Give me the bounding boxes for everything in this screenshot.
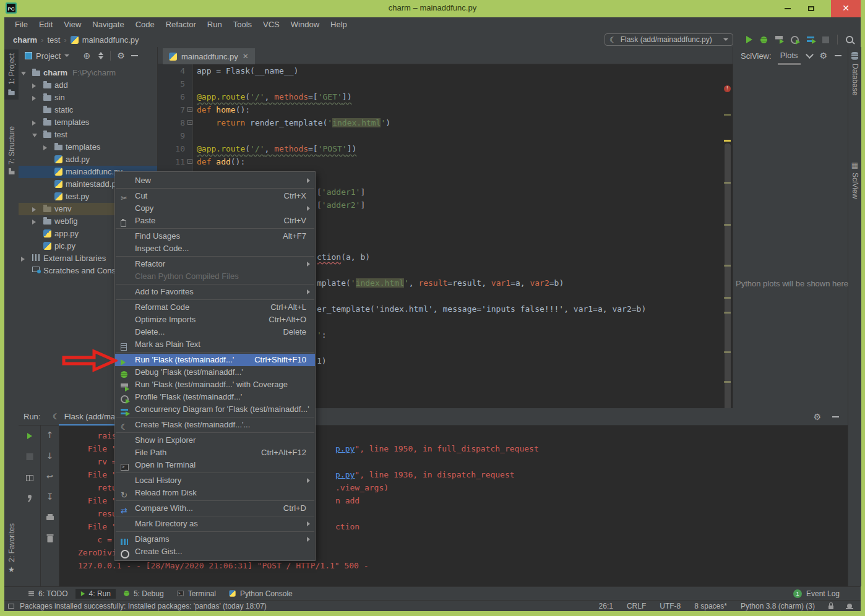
soft-wrap-button[interactable]: ↩: [46, 473, 53, 481]
tool-window-button-python-console[interactable]: Python Console: [223, 589, 298, 599]
chevron-right-icon[interactable]: [43, 145, 47, 150]
menu-item-show-in-explorer[interactable]: Show in Explorer: [115, 434, 315, 447]
menu-item-copy[interactable]: Copy: [115, 202, 315, 215]
chevron-right-icon[interactable]: [32, 207, 36, 212]
line-ending-widget[interactable]: CRLF: [627, 602, 646, 610]
hide-panel-button[interactable]: [131, 55, 138, 56]
scroll-to-end-button[interactable]: ↧: [46, 492, 54, 501]
clear-console-button[interactable]: [47, 536, 53, 542]
chevron-down-icon[interactable]: [21, 72, 26, 75]
editor-scrollbar[interactable]: !: [723, 82, 733, 426]
menu-item-run-flask-test-mainaddf[interactable]: Run 'Flask (test/mainaddf...'Ctrl+Shift+…: [115, 354, 315, 366]
menu-item-create-flask-test-mainaddf[interactable]: ☾Create 'Flask (test/mainaddf...'...: [115, 419, 315, 431]
menu-vcs[interactable]: VCS: [257, 17, 285, 32]
chevron-right-icon[interactable]: [32, 96, 36, 101]
menu-item-inspect-code[interactable]: Inspect Code...: [115, 242, 315, 255]
window-icon[interactable]: [8, 604, 14, 609]
sciview-tab-plots[interactable]: Plots: [780, 51, 798, 61]
menu-item-reformat-code[interactable]: Reformat CodeCtrl+Alt+L: [115, 301, 315, 314]
close-button[interactable]: ✕: [831, 0, 861, 17]
gear-icon[interactable]: ⚙: [117, 51, 125, 60]
chevron-right-icon[interactable]: [32, 121, 36, 126]
editor-tab-mainaddfunc[interactable]: mainaddfunc.py ✕: [163, 48, 255, 64]
event-log-widget[interactable]: 1Event Log: [793, 589, 861, 598]
hide-panel-button[interactable]: [832, 416, 839, 417]
tree-item-sin[interactable]: sin: [19, 92, 157, 104]
tree-item-charm[interactable]: charmF:\Py\charm: [19, 67, 157, 79]
maximize-button[interactable]: [801, 0, 822, 17]
chevron-right-icon[interactable]: [32, 220, 36, 225]
menu-item-reload-from-disk[interactable]: ↻Reload from Disk: [115, 487, 315, 499]
menu-item-run-flask-test-mainaddf-with-coverage[interactable]: Run 'Flask (test/mainaddf...' with Cover…: [115, 379, 315, 391]
tree-item-templates[interactable]: templates: [19, 141, 157, 153]
concurrency-diagram-button[interactable]: [807, 36, 814, 43]
menu-item-compare-with[interactable]: ⇄Compare With...Ctrl+D: [115, 502, 315, 515]
fold-marker-icon[interactable]: –: [187, 159, 192, 164]
rerun-button[interactable]: [27, 433, 32, 439]
gear-icon[interactable]: ⚙: [820, 51, 828, 60]
menu-item-optimize-imports[interactable]: Optimize ImportsCtrl+Alt+O: [115, 314, 315, 326]
menu-item-profile-flask-test-mainaddf[interactable]: Profile 'Flask (test/mainaddf...': [115, 391, 315, 403]
menu-item-add-to-favorites[interactable]: Add to Favorites: [115, 286, 315, 298]
tool-window-button-6-todo[interactable]: 6: TODO: [23, 589, 73, 599]
tree-item-add-py[interactable]: add.py: [19, 153, 157, 166]
tool-window-database-button[interactable]: Database: [848, 52, 861, 95]
chevron-down-icon[interactable]: [806, 51, 814, 59]
tool-window-project-button[interactable]: 1: Project: [4, 49, 19, 100]
menu-item-concurrency-diagram-for-flask-test-mainaddf[interactable]: Concurrency Diagram for 'Flask (test/mai…: [115, 403, 315, 416]
menu-item-diagrams[interactable]: Diagrams: [115, 533, 315, 545]
run-configuration-select[interactable]: ☾ Flask (add/mainaddfunc.py): [605, 33, 733, 46]
menu-item-local-history[interactable]: Local History: [115, 474, 315, 487]
menu-item-cut[interactable]: ✂CutCtrl+X: [115, 190, 315, 202]
tree-item-add[interactable]: add: [19, 79, 157, 92]
breadcrumb-item-charm[interactable]: charm: [13, 35, 37, 45]
menu-code[interactable]: Code: [130, 17, 160, 32]
menu-help[interactable]: Help: [325, 17, 353, 32]
menu-item-refactor[interactable]: Refactor: [115, 258, 315, 270]
profiler-button[interactable]: [791, 36, 799, 44]
run-panel-tab[interactable]: ☾ Flask (add/ma: [53, 412, 115, 421]
scrollbar-thumb[interactable]: [725, 143, 731, 442]
up-stack-trace-button[interactable]: ↑: [46, 430, 54, 439]
indent-widget[interactable]: 8 spaces*: [694, 602, 727, 610]
menu-item-debug-flask-test-mainaddf[interactable]: Debug 'Flask (test/mainaddf...': [115, 366, 315, 379]
menu-window[interactable]: Window: [285, 17, 325, 32]
menu-item-open-in-terminal[interactable]: >_Open in Terminal: [115, 459, 315, 471]
coverage-button[interactable]: [775, 36, 783, 43]
interpreter-widget[interactable]: Python 3.8 (charm) (3): [741, 602, 815, 610]
hide-panel-button[interactable]: [835, 55, 841, 56]
locate-file-button[interactable]: ⊕: [83, 51, 90, 60]
inspections-hector-icon[interactable]: [847, 604, 852, 609]
menu-tools[interactable]: Tools: [228, 17, 257, 32]
warning-stripe-mark[interactable]: [724, 140, 731, 142]
encoding-widget[interactable]: UTF-8: [660, 602, 681, 610]
menu-file[interactable]: File: [9, 17, 33, 32]
menu-item-find-usages[interactable]: Find UsagesAlt+F7: [115, 230, 315, 242]
menu-view[interactable]: View: [58, 17, 87, 32]
chevron-right-icon[interactable]: [21, 257, 25, 262]
menu-item-mark-as-plain-text[interactable]: Mark as Plain Text: [115, 338, 315, 351]
breadcrumb-item-mainaddfunc-py[interactable]: mainaddfunc.py: [82, 35, 139, 45]
fold-marker-icon[interactable]: –: [187, 120, 192, 125]
caret-position-widget[interactable]: 26:1: [599, 602, 613, 610]
stop-button[interactable]: [822, 36, 829, 43]
chevron-right-icon[interactable]: [32, 83, 36, 88]
warning-stripe-mark[interactable]: [724, 114, 731, 116]
print-button[interactable]: [46, 516, 54, 520]
menu-refactor[interactable]: Refactor: [160, 17, 202, 32]
tool-window-button-5-debug[interactable]: 5: Debug: [118, 589, 169, 599]
tool-window-structure-button[interactable]: 7: Structure: [4, 126, 19, 174]
pin-tab-button[interactable]: [28, 495, 32, 498]
search-everywhere-button[interactable]: [846, 36, 853, 43]
menu-edit[interactable]: Edit: [33, 17, 58, 32]
menu-item-new[interactable]: New: [115, 174, 315, 187]
chevron-down-icon[interactable]: [32, 134, 37, 137]
tool-window-button-4-run[interactable]: 4: Run: [75, 589, 116, 599]
menu-navigate[interactable]: Navigate: [87, 17, 129, 32]
debug-button[interactable]: [760, 36, 767, 43]
gear-icon[interactable]: ⚙: [813, 413, 821, 421]
tree-item-static[interactable]: static: [19, 104, 157, 116]
tree-item-templates[interactable]: templates: [19, 116, 157, 129]
menu-item-create-gist[interactable]: Create Gist...: [115, 545, 315, 558]
tool-window-sciview-button[interactable]: ▦ SciView: [848, 161, 861, 199]
